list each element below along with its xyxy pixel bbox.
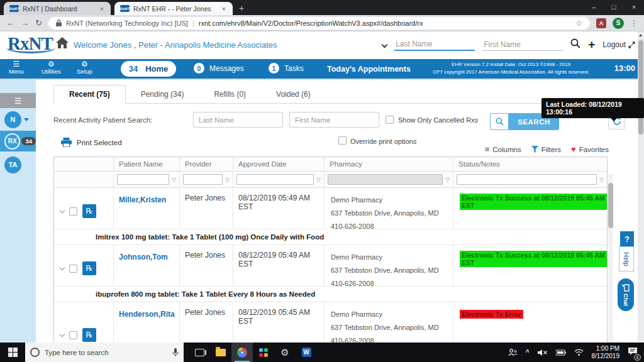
taskbar-clock[interactable]: 1:00 PM 8/12/2019 [592,345,620,360]
search-first-name-input[interactable] [289,112,379,128]
tray-chevron-up-icon[interactable]: ^ [526,349,530,356]
patient-name-link[interactable]: Henderson,Rita [114,310,175,319]
browser-tab-ehr[interactable]: RxNT RxNT EHR - - Peter Jones × [114,2,233,15]
back-icon[interactable]: ← [6,18,14,28]
nav-setup-label: Setup [77,68,92,75]
battery-icon[interactable] [556,349,566,356]
filter-input-pharmacy[interactable] [328,174,443,185]
nav-menu-label: Menu [9,68,24,75]
sidebar-hamburger-icon[interactable]: ☰ [0,93,36,108]
rx-icon[interactable]: ℞ [82,204,96,218]
sidebar-item-n[interactable]: N [0,110,36,129]
table-scrollbar-thumb[interactable] [608,183,613,228]
header-first-name-input[interactable] [482,39,563,51]
sidebar-item-ta[interactable]: TA [0,155,36,174]
help-question-button[interactable]: ? [620,231,634,246]
people-icon[interactable] [508,348,518,356]
columns-button[interactable]: ≡ Columns [485,145,521,154]
add-patient-icon[interactable]: + [588,38,595,52]
row-checkbox[interactable] [69,331,77,339]
funnel-icon[interactable]: ▽ [225,177,230,183]
funnel-icon[interactable]: ▽ [172,177,176,183]
task-view-button[interactable] [189,343,210,362]
reload-icon[interactable]: ↻ [35,18,42,28]
rx-icon[interactable]: ℞ [82,261,96,275]
header-pharmacy[interactable]: Pharmacy [325,157,453,171]
search-icon[interactable] [570,38,580,51]
favorites-button[interactable]: ♥ Favorites [571,145,609,154]
header-status[interactable]: Status/Notes [453,157,607,171]
funnel-icon[interactable]: ▽ [599,177,604,183]
chat-button[interactable]: Chat [618,278,634,311]
volume-muted-icon[interactable] [538,349,548,356]
word-button[interactable]: W [296,343,317,362]
sidebar-item-rx[interactable]: RX 34 [0,131,36,151]
header-patient[interactable]: Patient Name [114,157,180,171]
nav-home-button[interactable]: 34 Home [121,61,176,77]
file-explorer-button[interactable] [210,343,231,362]
rx-icon[interactable]: ℞ [82,328,96,342]
filters-button[interactable]: Filters [531,146,561,153]
patient-name-link[interactable]: Johnson,Tom [114,253,168,261]
page-scrollbar-thumb[interactable] [638,40,643,134]
row-checkbox[interactable] [69,207,77,216]
header-approved[interactable]: Approved Date [233,157,325,171]
start-button[interactable] [0,343,25,362]
filter-input-approved[interactable] [236,174,314,185]
minimize-button[interactable]: – [584,3,604,11]
nav-messages[interactable]: 0 Messages [194,63,244,74]
search-last-name-input[interactable] [193,112,283,128]
browser-menu-icon[interactable]: ⋮ [630,19,638,28]
rxnt-logo[interactable]: RxNT [8,33,53,54]
nav-setup[interactable]: ⚙ Setup [77,60,92,75]
show-cancelled-checkbox[interactable] [386,116,394,124]
forward-icon[interactable]: → [21,18,29,28]
taskbar-search-box[interactable]: Type here to search [25,343,184,362]
patient-name-link[interactable]: Miller,Kristen [114,195,166,204]
chrome-button[interactable] [231,343,253,362]
logout-button[interactable]: Logout [602,40,635,49]
notification-center-button[interactable]: 1 [628,347,638,358]
page-scrollbar[interactable]: ▲ [638,31,644,343]
nav-todays-appointments[interactable]: Today's Appointments [327,65,411,74]
print-selected-button[interactable]: Print Selected [61,138,122,147]
wifi-icon[interactable] [574,349,584,356]
tab-voided[interactable]: Voided (6) [261,85,326,103]
maximize-button[interactable]: □ [604,3,624,11]
nav-menu[interactable]: ☰ Menu [9,60,24,75]
bookmark-star-icon[interactable]: ☆ [575,19,582,28]
tab-recent[interactable]: Recent (75) [53,85,126,104]
browser-tab-dashboard[interactable]: RxNT RxNT | Dashboard × [4,2,111,15]
tab-close-icon[interactable]: × [221,5,227,13]
header-last-name-input[interactable] [394,38,475,51]
row-expander-icon[interactable] [60,265,65,270]
word-icon: W [302,348,311,357]
nav-tasks[interactable]: 1 Tasks [269,63,304,74]
filter-input-patient[interactable] [117,174,169,185]
table-scrollbar[interactable] [608,174,613,343]
filter-input-status[interactable] [457,174,597,185]
home-icon[interactable] [55,36,69,52]
filter-input-provider[interactable] [183,174,223,185]
row-expander-icon[interactable] [60,331,65,336]
help-button[interactable]: Help [619,246,634,272]
funnel-icon[interactable]: ▽ [445,177,450,183]
close-button[interactable]: × [624,3,644,11]
header-provider[interactable]: Provider [180,157,233,171]
pdf-extension-icon[interactable]: A [596,18,606,28]
slack-button[interactable] [253,343,274,362]
scroll-up-icon[interactable]: ▲ [638,33,643,37]
row-checkbox[interactable] [69,265,77,273]
override-print-checkbox[interactable] [338,136,347,145]
new-tab-button[interactable]: + [239,3,244,13]
profile-avatar[interactable]: S [613,18,624,29]
tab-close-icon[interactable]: × [99,5,105,13]
chevron-down-icon[interactable] [382,41,388,48]
tab-refills[interactable]: Refills (0) [199,85,261,103]
url-field[interactable]: RxNT (Networking Technology Inc) [US] | … [48,17,590,30]
nav-utilities[interactable]: ⚙ Utilities [42,60,61,75]
row-expander-icon[interactable] [60,207,65,212]
funnel-icon[interactable]: ▽ [316,177,321,183]
settings-button[interactable]: ⚙ [274,343,296,362]
tab-pending[interactable]: Pending (34) [126,85,199,103]
